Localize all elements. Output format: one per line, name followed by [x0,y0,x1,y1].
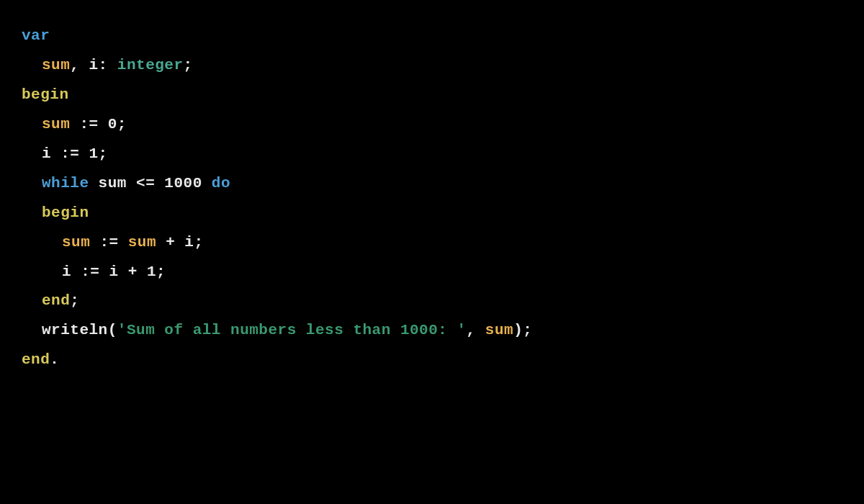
type-integer: integer [117,57,184,73]
keyword-end: end [22,351,50,368]
code-line-11: writeln('Sum of all numbers less than 10… [22,316,842,346]
code-line-5: i := 1; [22,140,842,169]
comma: , [467,322,485,338]
keyword-end: end [42,292,70,309]
while-condition: sum <= 1000 [89,175,212,192]
var-sum: sum [128,234,156,251]
code-line-12: end. [22,346,842,375]
code-line-6: while sum <= 1000 do [22,169,842,199]
keyword-var: var [22,27,50,44]
assign-zero: := 0; [70,116,127,132]
code-line-3: begin [22,81,842,110]
keyword-do: do [212,175,230,192]
code-line-9: i := i + 1; [22,258,842,287]
paren-close: ); [513,322,532,338]
var-sum: sum [62,234,90,251]
keyword-begin: begin [42,204,89,221]
func-writeln: writeln [42,322,108,338]
semicolon: ; [184,57,193,73]
assign-i-one: i := 1; [42,145,108,162]
code-line-4: sum := 0; [22,110,842,140]
var-sum: sum [485,322,513,338]
var-sum: sum [42,57,70,73]
decl-i: , i: [70,57,117,73]
code-line-8: sum := sum + i; [22,228,842,258]
period: . [50,351,59,368]
increment-i: i := i + 1; [62,264,166,280]
assign-op: := [90,234,127,251]
string-literal: 'Sum of all numbers less than 1000: ' [117,322,467,338]
keyword-while: while [42,175,89,192]
code-line-10: end; [22,287,842,316]
var-sum: sum [42,116,70,132]
code-line-2: sum, i: integer; [22,51,842,81]
plus-i: + i; [156,234,204,251]
code-line-1: var [22,22,842,51]
code-block: var sum, i: integer; begin sum := 0; i :… [22,22,842,375]
paren-open: ( [108,322,117,338]
keyword-begin: begin [22,86,69,103]
semicolon: ; [70,292,79,309]
code-line-7: begin [22,199,842,228]
